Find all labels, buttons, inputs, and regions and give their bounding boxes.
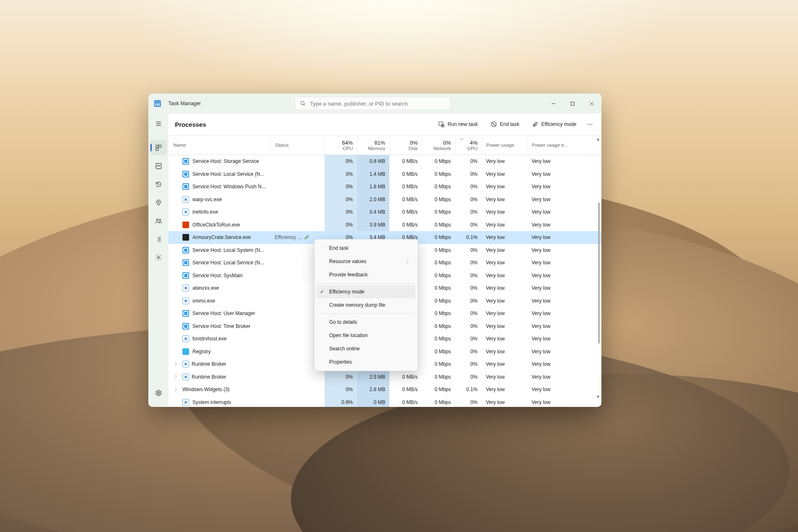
minimize-button[interactable] [544,94,563,113]
search-box[interactable] [295,97,451,110]
cpu-cell: 0% [325,219,357,232]
context-menu-item[interactable]: Provide feedback [317,268,416,281]
svg-point-13 [158,201,159,202]
scrollbar[interactable]: ▴ ▾ [596,136,601,399]
memory-cell: 3.9 MB [357,219,389,232]
check-icon: ✓ [320,289,324,295]
process-name: warp-svc.exe [192,197,222,202]
nav-app-history[interactable] [150,177,167,192]
context-menu-item[interactable]: Resource values〉 [317,255,416,268]
power-cell: Very low [482,256,527,269]
table-row[interactable]: Service Host: Local Service (N...0%1.4 M… [168,168,601,181]
table-header[interactable]: Name Status 64%CPU 81%Memory 0%Disk 0%Ne… [168,135,601,155]
context-menu-item[interactable]: End task [317,241,416,255]
cpu-cell: 0% [325,193,357,206]
network-cell: 0 Mbps [422,345,455,358]
gpu-cell: 0% [455,168,482,181]
end-task-button[interactable]: End task [486,118,524,130]
power-cell: Very low [482,206,527,219]
toolbar: Processes Run new task End task Efficien… [168,113,601,135]
context-menu-item[interactable]: Open file location [317,329,416,342]
gpu-cell: 0% [455,269,482,282]
nav-users[interactable] [150,213,167,228]
process-name: Service Host: User Manager [192,310,255,316]
table-row[interactable]: 〉Windows Widgets (3)0%2.8 MB0 MB/s0 Mbps… [168,383,601,396]
nav-details[interactable] [150,232,167,246]
power-trend-cell: Very low [527,193,573,206]
svg-point-32 [591,124,592,125]
svg-rect-24 [439,122,443,126]
network-cell: 0 Mbps [422,193,455,206]
table-row[interactable]: Service Host: Storage Service0%0.8 MB0 M… [168,155,601,168]
hamburger-button[interactable] [150,116,167,131]
gpu-cell: 0% [455,256,482,269]
process-name: Service Host: Local Service (N... [192,260,264,266]
power-trend-cell: Very low [527,307,573,320]
table-row[interactable]: OfficeClickToRun.exe0%3.9 MB0 MB/s0 Mbps… [168,219,601,232]
context-menu-item[interactable]: Properties [317,355,416,369]
nav-processes[interactable] [150,140,167,155]
context-menu[interactable]: End taskResource values〉Provide feedback… [314,239,418,371]
process-name: Service Host: Local Service (N... [192,171,264,177]
process-name: Service Host: Storage Service [192,158,259,164]
disk-cell: 0 MB/s [389,193,422,206]
power-trend-cell: Very low [527,396,573,407]
efficiency-mode-button[interactable]: Efficiency mode [528,118,581,130]
sort-chevron-icon [459,137,464,142]
nav-services[interactable] [150,250,167,265]
table-row[interactable]: inetinfo.exe0%0.4 MB0 MB/s0 Mbps0%Very l… [168,206,601,219]
svg-point-23 [158,392,159,394]
svg-point-22 [158,256,159,258]
context-menu-item[interactable]: Search online [317,342,416,355]
maximize-button[interactable] [563,94,582,113]
network-cell: 0 Mbps [422,256,455,269]
context-menu-item[interactable]: ✓Efficiency mode [317,285,416,298]
power-cell: Very low [482,332,527,345]
nav-performance[interactable] [150,158,167,173]
scroll-thumb[interactable] [598,202,600,344]
power-cell: Very low [482,358,527,371]
power-trend-cell: Very low [527,345,573,358]
process-icon [182,285,189,291]
search-input[interactable] [310,101,445,107]
power-trend-cell: Very low [527,269,573,282]
network-cell: 0 Mbps [422,371,455,384]
table-row[interactable]: System interrupts0.9%0 MB0 MB/s0 Mbps0%V… [168,396,601,407]
table-row[interactable]: 〉Runtime Broker0%2.5 MB0 MB/s0 Mbps0%Ver… [168,371,601,384]
context-menu-item[interactable]: Create memory dump file [317,298,416,312]
more-button[interactable] [585,118,595,130]
nav-settings[interactable] [150,385,167,400]
svg-point-15 [159,219,161,221]
run-new-task-button[interactable]: Run new task [434,118,482,130]
table-row[interactable]: warp-svc.exe0%2.0 MB0 MB/s0 Mbps0%Very l… [168,193,601,206]
page-title: Processes [175,121,206,128]
process-icon [182,335,189,342]
scroll-down-icon[interactable]: ▾ [596,394,601,399]
process-name: Windows Widgets (3) [182,387,229,392]
power-trend-cell: Very low [527,371,573,384]
power-cell: Very low [482,155,527,168]
table-row[interactable]: Service Host: Windows Push N...0%1.8 MB0… [168,180,601,193]
context-menu-item[interactable]: Go to details [317,315,416,329]
network-cell: 0 Mbps [422,244,455,257]
nav-startup[interactable] [150,195,167,210]
expand-icon[interactable]: 〉 [174,361,180,368]
svg-rect-11 [156,148,158,150]
process-icon [182,259,189,266]
disk-cell: 0 MB/s [389,383,422,396]
process-icon [182,374,189,380]
power-trend-cell: Very low [527,244,573,257]
gpu-cell: 0.1% [455,231,482,244]
cpu-cell: 0% [325,371,357,384]
disk-cell: 0 MB/s [389,180,422,193]
scroll-up-icon[interactable]: ▴ [596,136,601,142]
close-button[interactable] [582,94,601,113]
network-cell: 0 Mbps [422,396,455,407]
expand-icon[interactable]: 〉 [174,373,180,380]
gpu-cell: 0% [455,307,482,320]
expand-icon[interactable]: 〉 [174,386,180,393]
process-icon [182,234,189,241]
network-cell: 0 Mbps [422,206,455,219]
process-name: fontdrvhost.exe [192,336,227,342]
titlebar[interactable]: Task Manager [148,94,601,113]
